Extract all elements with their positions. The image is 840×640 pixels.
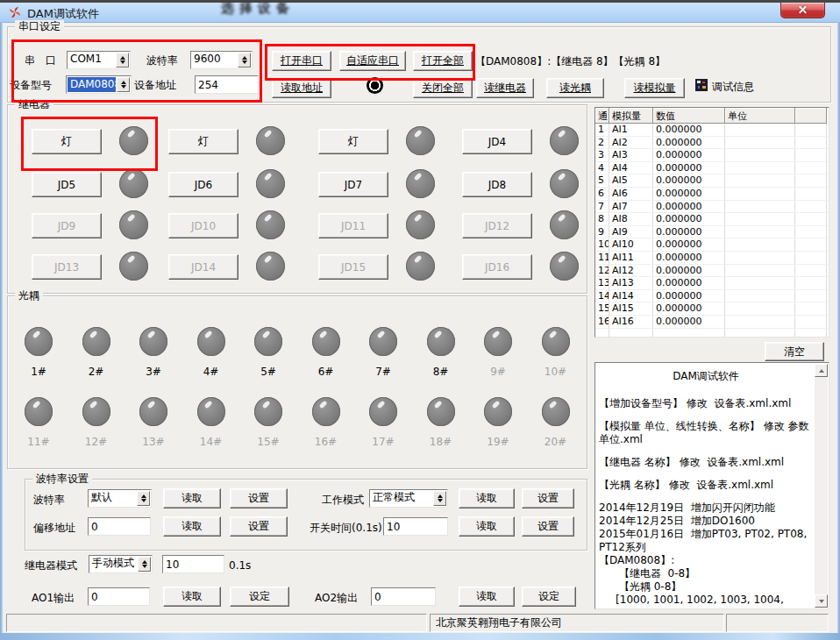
analog-row-2[interactable]: 2AI20.000000 bbox=[595, 137, 829, 150]
analog-cell bbox=[795, 302, 827, 315]
table-header-2[interactable]: 模拟量 bbox=[609, 108, 653, 124]
model-select[interactable]: DAM0808 bbox=[66, 75, 132, 94]
read-relay-button[interactable]: 读继电器 bbox=[476, 78, 534, 98]
info-panel-scrollbar[interactable] bbox=[815, 364, 828, 608]
scroll-down-button[interactable] bbox=[815, 594, 828, 608]
close-button[interactable] bbox=[780, 3, 825, 18]
relay-lamp-5 bbox=[119, 169, 148, 198]
analog-row-7[interactable]: 7AI70.000000 bbox=[595, 201, 829, 214]
relay-button-15[interactable]: JD15 bbox=[318, 254, 388, 280]
relay-button-10[interactable]: JD10 bbox=[168, 213, 238, 238]
relay-button-3[interactable]: 灯 bbox=[318, 129, 388, 154]
combo-arrow-icon[interactable] bbox=[433, 491, 446, 506]
relay-button-5[interactable]: JD5 bbox=[32, 172, 102, 197]
table-header-5[interactable] bbox=[795, 108, 827, 124]
opto-label-14: 14# bbox=[192, 436, 231, 448]
analog-cell: 0.000000 bbox=[653, 302, 725, 315]
offset-read-button[interactable]: 读取 bbox=[163, 516, 221, 537]
table-header-4[interactable]: 单位 bbox=[725, 108, 795, 124]
baud-read-button[interactable]: 读取 bbox=[163, 488, 221, 508]
combo-arrow-icon[interactable] bbox=[116, 53, 129, 68]
ao1-read-button[interactable]: 读取 bbox=[163, 587, 221, 607]
relay-mode-time-input[interactable] bbox=[162, 555, 224, 573]
analog-cell: AI8 bbox=[609, 213, 653, 225]
opto-lamp-10 bbox=[542, 327, 570, 356]
relay-button-14[interactable]: JD14 bbox=[168, 254, 238, 280]
relay-button-6[interactable]: JD6 bbox=[168, 172, 238, 197]
analog-cell: 0.000000 bbox=[653, 137, 725, 149]
analog-row-13[interactable]: 13AI130.000000 bbox=[595, 277, 829, 290]
read-analog-button[interactable]: 读模拟量 bbox=[624, 78, 685, 98]
read-opto-button[interactable]: 读光耦 bbox=[546, 78, 604, 98]
table-header-3[interactable]: 数值 bbox=[653, 108, 725, 124]
relay-button-12[interactable]: JD12 bbox=[462, 213, 532, 238]
relay-button-8[interactable]: JD8 bbox=[462, 172, 532, 197]
combo-arrow-icon[interactable] bbox=[238, 53, 251, 68]
analog-cell bbox=[725, 201, 795, 213]
info-panel: DAM调试软件【增加设备型号】 修改 设备表.xml.xml【模拟量 单位、线性… bbox=[594, 362, 829, 609]
relay-button-2[interactable]: 灯 bbox=[168, 129, 238, 154]
relay-button-13[interactable]: JD13 bbox=[32, 254, 102, 280]
info-line-8: 2015年01月16日 增加PT03, PT02, PT08, PT12系列 bbox=[599, 528, 813, 554]
relay-mode-select[interactable]: 手动模式 bbox=[89, 555, 153, 573]
baud2-select[interactable]: 默认 bbox=[88, 489, 152, 508]
offset-input[interactable] bbox=[88, 517, 151, 536]
work-mode-set-button[interactable]: 设置 bbox=[522, 488, 574, 508]
analog-row-8[interactable]: 8AI80.000000 bbox=[595, 213, 829, 226]
ao2-input[interactable] bbox=[371, 587, 436, 606]
analog-cell: 0.000000 bbox=[653, 188, 725, 200]
relay-button-16[interactable]: JD16 bbox=[462, 254, 532, 280]
ao2-set-button[interactable]: 设定 bbox=[522, 587, 576, 607]
combo-arrow-icon[interactable] bbox=[117, 77, 130, 92]
opto-label-3: 3# bbox=[134, 366, 173, 378]
switch-time-read-button[interactable]: 读取 bbox=[459, 516, 515, 537]
ao1-set-button[interactable]: 设定 bbox=[230, 587, 289, 607]
relay-button-4[interactable]: JD4 bbox=[462, 129, 532, 154]
switch-time-input[interactable] bbox=[383, 517, 448, 536]
window-frame-left bbox=[0, 22, 3, 633]
analog-row-1[interactable]: 1AI10.000000 bbox=[595, 124, 829, 137]
baud-select[interactable]: 9600 bbox=[190, 51, 253, 69]
clear-button[interactable]: 清空 bbox=[765, 342, 824, 361]
auto-serial-button[interactable]: 自适应串口 bbox=[339, 51, 406, 71]
table-header-1[interactable]: 通 bbox=[595, 108, 609, 124]
open-all-button[interactable]: 打开全部 bbox=[413, 51, 473, 71]
analog-row-10[interactable]: 10AI100.000000 bbox=[595, 238, 829, 252]
combo-arrow-icon[interactable] bbox=[137, 491, 150, 506]
ao2-read-button[interactable]: 读取 bbox=[459, 587, 515, 607]
analog-row-9[interactable]: 9AI90.000000 bbox=[595, 226, 829, 239]
port-select[interactable]: COM1 bbox=[67, 51, 131, 69]
analog-cell: AI14 bbox=[609, 290, 653, 302]
relay-button-7[interactable]: JD7 bbox=[318, 172, 388, 197]
analog-row-4[interactable]: 4AI40.000000 bbox=[595, 162, 829, 175]
analog-row-6[interactable]: 6AI60.000000 bbox=[595, 188, 829, 201]
analog-row-15[interactable]: 15AI150.000000 bbox=[595, 302, 829, 316]
relay-button-9[interactable]: JD9 bbox=[32, 213, 102, 238]
analog-row-14[interactable]: 14AI140.000000 bbox=[595, 290, 829, 303]
analog-cell: 0.000000 bbox=[653, 265, 725, 277]
relay-button-11[interactable]: JD11 bbox=[318, 213, 388, 238]
analog-row-11[interactable]: 11AI110.000000 bbox=[595, 252, 829, 265]
analog-row-3[interactable]: 3AI30.000000 bbox=[595, 149, 829, 162]
analog-row-5[interactable]: 5AI50.000000 bbox=[595, 174, 829, 188]
analog-cell: 0.000000 bbox=[653, 252, 725, 264]
relay-button-1[interactable]: 灯 bbox=[32, 129, 102, 154]
offset-set-button[interactable]: 设置 bbox=[230, 516, 288, 537]
work-mode-read-button[interactable]: 读取 bbox=[459, 488, 515, 508]
switch-time-set-button[interactable]: 设置 bbox=[522, 516, 574, 537]
open-serial-button[interactable]: 打开串口 bbox=[272, 51, 331, 71]
address-input[interactable] bbox=[195, 75, 259, 94]
scroll-up-button[interactable] bbox=[815, 364, 828, 377]
close-all-button[interactable]: 关闭全部 bbox=[413, 78, 473, 98]
opto-label-1: 1# bbox=[19, 366, 58, 378]
status-bar-cell-left bbox=[6, 614, 427, 632]
baud-set-button[interactable]: 设置 bbox=[230, 488, 288, 508]
ao1-input[interactable] bbox=[88, 587, 150, 606]
analog-cell: 1 bbox=[595, 124, 609, 136]
combo-arrow-icon[interactable] bbox=[138, 557, 151, 572]
read-address-button[interactable]: 读取地址 bbox=[272, 78, 331, 98]
analog-cell: 13 bbox=[595, 277, 609, 289]
work-mode-select[interactable]: 正常模式 bbox=[369, 489, 448, 508]
analog-row-12[interactable]: 12AI120.000000 bbox=[595, 265, 829, 278]
analog-row-16[interactable]: 16AI160.000000 bbox=[595, 316, 829, 329]
